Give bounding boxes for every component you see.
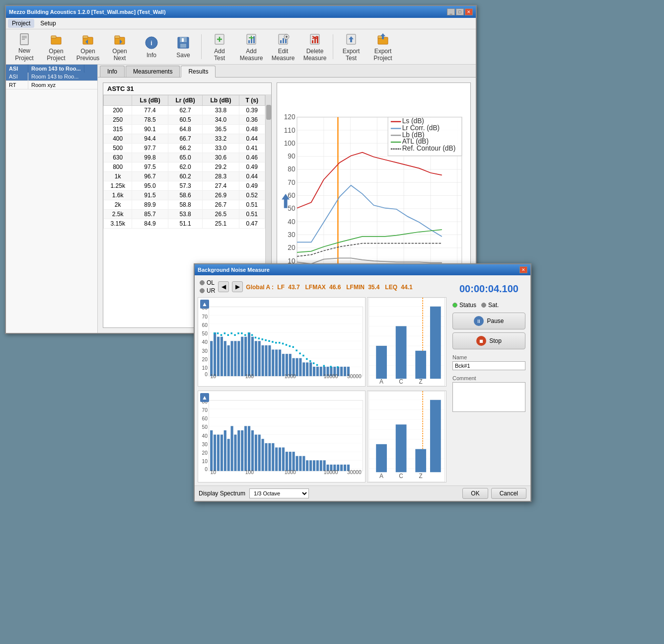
svg-text:50: 50 bbox=[202, 424, 208, 430]
svg-rect-132 bbox=[248, 332, 250, 376]
sidebar-row-2[interactable]: RT Room xyz bbox=[6, 81, 97, 89]
stop-button[interactable]: ⏹ Stop bbox=[452, 332, 525, 349]
export-project-label: ExportProject bbox=[373, 48, 392, 62]
svg-rect-160 bbox=[344, 367, 346, 376]
cell-t: 0.51 bbox=[239, 210, 265, 219]
cell-lb: 36.5 bbox=[203, 125, 239, 134]
svg-rect-139 bbox=[272, 350, 274, 376]
minimize-button[interactable]: _ bbox=[447, 8, 455, 15]
svg-rect-274 bbox=[340, 465, 343, 471]
up-arrow-1[interactable]: ▲ bbox=[200, 300, 209, 309]
cell-freq: 630 bbox=[104, 153, 132, 162]
open-project-button[interactable]: OpenProject bbox=[41, 31, 72, 62]
cancel-button[interactable]: Cancel bbox=[491, 488, 526, 499]
export-project-icon bbox=[375, 32, 391, 47]
nav-forward-button[interactable]: ▶ bbox=[232, 281, 243, 292]
add-measure-button[interactable]: AddMeasure bbox=[236, 31, 267, 62]
new-project-button[interactable]: New Project bbox=[9, 31, 40, 62]
spectrum-select[interactable]: 1/3 Octave Octave bbox=[249, 488, 309, 498]
cell-t: 0.39 bbox=[239, 106, 265, 115]
export-project-button[interactable]: ExportProject bbox=[368, 31, 398, 62]
svg-rect-179 bbox=[272, 341, 273, 342]
lfmin-value: 35.4 bbox=[368, 284, 379, 291]
cell-t: 0.47 bbox=[239, 219, 265, 229]
tab-info[interactable]: Info bbox=[100, 66, 125, 77]
export-test-button[interactable]: ExportTest bbox=[336, 31, 367, 62]
svg-rect-173 bbox=[251, 334, 253, 335]
cell-freq: 1k bbox=[104, 172, 132, 181]
svg-rect-186 bbox=[295, 350, 297, 351]
svg-rect-293 bbox=[396, 424, 407, 472]
svg-rect-250 bbox=[258, 435, 261, 471]
svg-text:10: 10 bbox=[210, 470, 216, 475]
edit-measure-button[interactable]: EditMeasure bbox=[268, 31, 298, 62]
nav-back-button[interactable]: ◀ bbox=[218, 281, 229, 292]
svg-rect-137 bbox=[265, 345, 267, 376]
up-arrow-2[interactable]: ▲ bbox=[200, 393, 209, 402]
ok-button[interactable]: OK bbox=[462, 488, 488, 499]
svg-text:10: 10 bbox=[202, 365, 208, 371]
svg-text:20: 20 bbox=[288, 244, 295, 251]
svg-rect-190 bbox=[309, 360, 311, 362]
svg-rect-240 bbox=[224, 430, 226, 471]
svg-rect-187 bbox=[299, 353, 300, 354]
svg-rect-127 bbox=[230, 341, 233, 376]
info-button[interactable]: i Info bbox=[136, 31, 167, 62]
svg-rect-266 bbox=[313, 460, 315, 471]
open-previous-button[interactable]: OpenPrevious bbox=[73, 31, 103, 62]
svg-rect-195 bbox=[337, 366, 338, 368]
cell-t: 0.52 bbox=[239, 191, 265, 200]
name-input[interactable] bbox=[452, 361, 525, 370]
open-next-button[interactable]: OpenNext bbox=[104, 31, 135, 62]
sidebar-row-1[interactable]: ASI Room 143 to Roo... bbox=[6, 73, 97, 81]
svg-rect-244 bbox=[237, 430, 240, 471]
sat-label: Sat. bbox=[488, 302, 499, 309]
svg-rect-182 bbox=[282, 343, 284, 344]
svg-rect-146 bbox=[295, 358, 298, 376]
tab-measurements[interactable]: Measurements bbox=[126, 66, 180, 77]
menu-project[interactable]: Project bbox=[8, 19, 34, 28]
save-button[interactable]: Save bbox=[168, 31, 199, 62]
svg-rect-162 bbox=[214, 332, 215, 334]
leq-label: LEQ bbox=[385, 284, 397, 291]
add-test-button[interactable]: AddTest bbox=[204, 31, 235, 62]
delete-measure-button[interactable]: DeleteMeasure bbox=[299, 31, 330, 62]
close-button[interactable]: ✕ bbox=[465, 8, 473, 15]
svg-rect-257 bbox=[282, 447, 285, 471]
svg-text:100: 100 bbox=[284, 140, 295, 147]
acz-chart-top: A C Z bbox=[367, 297, 446, 387]
cell-lr: 53.8 bbox=[168, 210, 203, 219]
svg-text:C: C bbox=[399, 378, 403, 385]
spectrum-select-group: Display Spectrum 1/3 Octave Octave bbox=[199, 488, 309, 498]
sidebar-col-1: ASI bbox=[6, 65, 28, 73]
svg-rect-211 bbox=[376, 346, 387, 379]
menu-setup[interactable]: Setup bbox=[36, 19, 60, 28]
timer-display: 00:00:04.100 bbox=[452, 280, 525, 298]
comment-textarea[interactable] bbox=[452, 382, 525, 412]
svg-rect-189 bbox=[306, 358, 307, 360]
cell-lb: 34.0 bbox=[203, 115, 239, 125]
info-icon: i bbox=[144, 35, 159, 51]
modal-close-button[interactable]: ✕ bbox=[519, 266, 527, 273]
ol-label: OL bbox=[207, 279, 215, 286]
leq-value: 44.1 bbox=[401, 284, 412, 291]
tabs: Info Measurements Results bbox=[98, 65, 476, 78]
svg-rect-183 bbox=[286, 344, 287, 345]
comment-label: Comment bbox=[452, 375, 525, 381]
tab-results[interactable]: Results bbox=[181, 66, 216, 78]
cell-ls: 85.7 bbox=[132, 210, 168, 219]
svg-text:Ref. Contour (dB): Ref. Contour (dB) bbox=[402, 145, 456, 152]
maximize-button[interactable]: □ bbox=[456, 8, 464, 15]
svg-rect-5 bbox=[51, 36, 56, 38]
pause-button[interactable]: ⏸ Pause bbox=[452, 313, 525, 329]
svg-rect-253 bbox=[268, 443, 271, 471]
cell-freq: 200 bbox=[104, 106, 132, 115]
svg-rect-176 bbox=[262, 338, 263, 340]
svg-rect-167 bbox=[230, 332, 232, 334]
modal-right-panel: 00:00:04.100 Status Sat. ⏸ Pause ⏹ bbox=[450, 278, 527, 483]
svg-text:10: 10 bbox=[202, 459, 208, 464]
sidebar-cell-asi-2: RT bbox=[6, 81, 28, 89]
svg-rect-181 bbox=[279, 342, 280, 343]
open-previous-icon bbox=[80, 32, 96, 47]
svg-text:0: 0 bbox=[205, 467, 208, 472]
